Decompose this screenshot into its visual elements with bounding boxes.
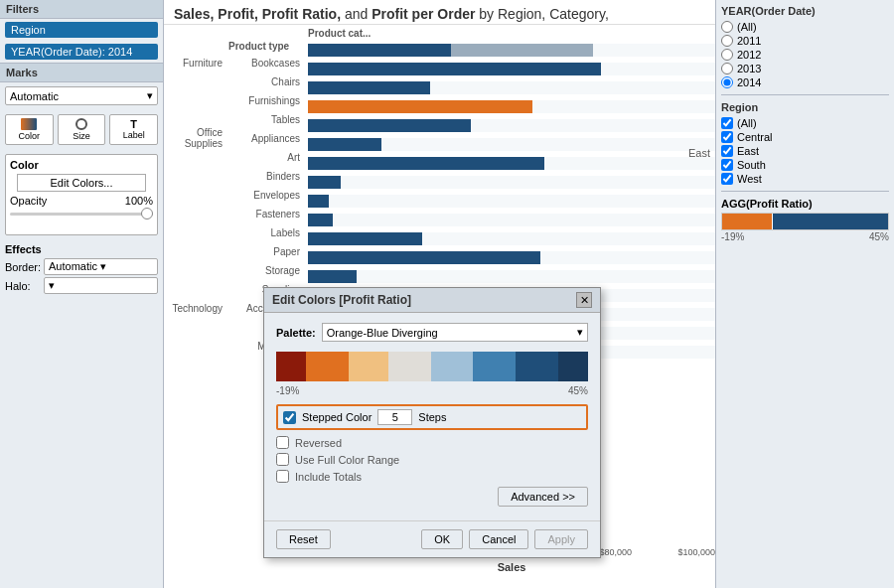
strip-light-orange	[349, 352, 388, 381]
region-checkbox-west[interactable]	[721, 173, 733, 185]
region-west: West	[721, 173, 889, 185]
category-label: Furniture	[164, 58, 228, 69]
year-radio-2013[interactable]	[721, 63, 733, 74]
stepped-steps-input[interactable]	[377, 409, 412, 425]
stepped-color-row: Stepped Color Steps	[276, 404, 588, 430]
footer-buttons-right: OK Cancel Apply	[421, 529, 588, 549]
border-arrow: ▾	[100, 260, 106, 272]
strip-light-gray	[388, 352, 431, 381]
cancel-button[interactable]: Cancel	[469, 529, 528, 549]
bar-navy	[308, 176, 341, 189]
palette-dropdown[interactable]: Orange-Blue Diverging ▾	[322, 323, 588, 342]
strip-navy	[558, 352, 588, 381]
agg-negative-bar	[722, 214, 772, 229]
bar-row	[308, 78, 715, 96]
chart-title: Sales, Profit, Profit Ratio, and Profit …	[164, 0, 715, 25]
region-south: South	[721, 159, 889, 171]
label-icon: T	[116, 118, 151, 130]
label-row: Office SuppliesAppliances	[164, 129, 308, 147]
opacity-slider[interactable]	[10, 213, 153, 228]
label-row: Fasteners	[164, 205, 308, 222]
agg-max-label: 45%	[869, 231, 889, 242]
x-label-4: $80,000	[599, 547, 632, 557]
border-value: Automatic	[49, 260, 97, 272]
full-range-checkbox[interactable]	[276, 453, 289, 466]
label-row: Art	[164, 148, 308, 166]
bar-row	[308, 116, 715, 134]
left-panel: Filters Region YEAR(Order Date): 2014 Ma…	[0, 0, 164, 588]
bar-wrapper	[308, 232, 715, 245]
category-label: Office Supplies	[164, 127, 228, 149]
chart-area: Sales, Profit, Profit Ratio, and Profit …	[164, 0, 715, 588]
region-checkbox-east[interactable]	[721, 145, 733, 157]
label-row: Storage	[164, 261, 308, 279]
region-checkbox-south[interactable]	[721, 159, 733, 171]
include-totals-checkbox[interactable]	[276, 470, 289, 483]
dialog-close-button[interactable]: ✕	[576, 292, 592, 308]
opacity-label: Opacity	[10, 195, 47, 207]
reset-button[interactable]: Reset	[276, 529, 331, 549]
color-label: Color	[12, 131, 47, 141]
size-label: Size	[65, 131, 99, 141]
strip-dark-blue	[516, 352, 558, 381]
bar-row	[308, 229, 715, 247]
label-label: Label	[116, 130, 151, 140]
filter-year[interactable]: YEAR(Order Date): 2014	[5, 44, 158, 60]
edit-colors-button[interactable]: Edit Colors...	[17, 174, 146, 192]
year-radio-2014[interactable]	[721, 76, 733, 88]
label-mark-button[interactable]: T Label	[109, 114, 158, 145]
subcategory-label: Tables	[228, 114, 306, 125]
strip-labels: -19% 45%	[276, 385, 588, 396]
label-row: Tables	[164, 110, 308, 128]
agg-section: AGG(Profit Ratio) -19% 45%	[721, 198, 889, 242]
color-mark-button[interactable]: Color	[5, 114, 54, 145]
region-label-central: Central	[737, 131, 772, 143]
year-label-2012: 2012	[737, 49, 761, 61]
year-radio-all[interactable]	[721, 21, 733, 33]
marks-dropdown-arrow: ▾	[147, 89, 153, 102]
strip-medium-blue	[473, 352, 516, 381]
marks-type-dropdown[interactable]: Automatic ▾	[5, 86, 158, 105]
stepped-checkbox[interactable]	[283, 411, 296, 424]
agg-center-line	[772, 214, 773, 229]
reversed-checkbox[interactable]	[276, 436, 289, 449]
subcategory-label: Storage	[228, 265, 306, 276]
col-header-1: Product type	[228, 41, 303, 52]
opacity-row: Opacity 100%	[10, 195, 153, 207]
bar-navy	[308, 44, 451, 57]
bar-navy	[308, 195, 329, 208]
subcategory-label: Art	[228, 152, 306, 163]
col-header-product-cat: Product cat...	[308, 28, 371, 39]
apply-button[interactable]: Apply	[534, 529, 588, 549]
filter-region[interactable]: Region	[5, 22, 158, 38]
year-radio-2012[interactable]	[721, 49, 733, 61]
opacity-value: 100%	[125, 195, 153, 207]
year-option-2013: 2013	[721, 63, 889, 74]
border-dropdown[interactable]: Automatic ▾	[44, 258, 158, 275]
agg-divider	[721, 191, 889, 192]
label-row: FurnitureBookcases	[164, 54, 308, 72]
size-mark-button[interactable]: Size	[58, 114, 106, 145]
bar-wrapper	[308, 176, 715, 189]
dialog-footer: Reset OK Cancel Apply	[264, 520, 600, 557]
bar-navy	[308, 157, 544, 170]
region-checkbox-all[interactable]	[721, 117, 733, 129]
right-divider	[721, 94, 889, 95]
east-annotation: East	[688, 147, 710, 159]
bar-row	[308, 248, 715, 266]
halo-dropdown[interactable]: ▾	[44, 277, 158, 294]
border-row: Border: Automatic ▾	[5, 258, 158, 275]
reversed-row: Reversed	[276, 436, 588, 449]
region-section-title: Region	[721, 101, 889, 113]
region-checkbox-central[interactable]	[721, 131, 733, 143]
slider-track	[10, 213, 153, 216]
marks-header: Marks	[0, 63, 163, 82]
advanced-button[interactable]: Advanced >>	[498, 487, 588, 507]
bar-wrapper	[308, 195, 715, 208]
border-label: Border:	[5, 261, 40, 273]
year-radio-2011[interactable]	[721, 35, 733, 47]
ok-button[interactable]: OK	[421, 529, 463, 549]
effects-section: Effects Border: Automatic ▾ Halo: ▾	[5, 243, 158, 296]
strip-light-blue	[431, 352, 474, 381]
bar-gray	[451, 44, 594, 57]
